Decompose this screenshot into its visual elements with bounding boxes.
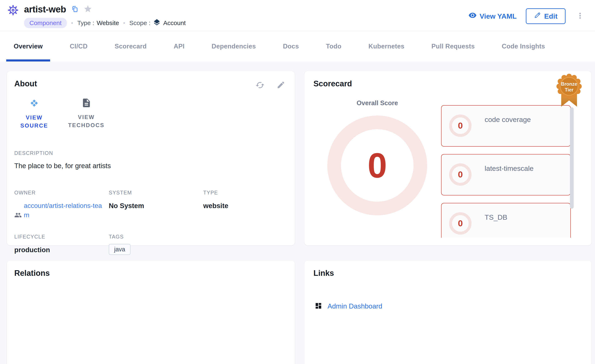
techdocs-document-icon (81, 98, 92, 110)
owner-label: OWNER (14, 190, 109, 196)
edit-button-label: Edit (544, 12, 558, 20)
scorecard-check-list: 0 code coverage 0 latest-timescale 0 (441, 105, 571, 238)
bronze-tier-badge: Bronze Tier (555, 73, 583, 108)
scorecard-scrollbar[interactable] (570, 107, 574, 209)
layers-icon (153, 18, 161, 28)
tab-cicd[interactable]: CI/CD (62, 31, 95, 62)
type-value: Website (97, 20, 119, 27)
check-gauge: 0 (448, 162, 473, 187)
type-label: Type : (77, 20, 94, 27)
type-field-value: website (203, 202, 287, 210)
dot-separator: • (123, 20, 125, 26)
edit-button[interactable]: Edit (526, 8, 566, 24)
dashboard-icon (315, 302, 322, 310)
source-diamond-icon (29, 98, 40, 111)
link-row: Admin Dashboard (313, 302, 582, 310)
tier-line1: Bronze (555, 81, 583, 87)
description-text: The place to be, for great artists (14, 162, 287, 170)
component-gear-icon (7, 5, 19, 28)
entity-tabbar: Overview CI/CD Scorecard API Dependencie… (0, 31, 595, 62)
scorecard-title: Scorecard (313, 79, 582, 88)
check-name: latest-timescale (485, 164, 533, 173)
overall-score-gauge: 0 (326, 115, 428, 216)
overall-score-value: 0 (326, 115, 428, 216)
refresh-icon[interactable] (255, 81, 265, 91)
scorecard-card: Scorecard Bronze (304, 71, 592, 245)
tab-docs[interactable]: Docs (276, 31, 306, 62)
check-item-ts-db[interactable]: 0 TS_DB (441, 203, 571, 238)
lifecycle-label: LIFECYCLE (14, 234, 109, 240)
tab-code-insights[interactable]: Code Insights (494, 31, 552, 62)
links-card: Links Admin Dashboard (304, 260, 592, 364)
overall-score-label: Overall Score (357, 99, 398, 107)
about-title: About (14, 79, 287, 88)
page-title: artist-web (24, 4, 66, 14)
tier-line2: Tier (555, 87, 583, 93)
check-name: code coverage (485, 116, 531, 124)
check-name: TS_DB (485, 213, 507, 221)
owner-link[interactable]: account/artist-relations-team (24, 201, 106, 220)
description-label: DESCRIPTION (14, 150, 287, 156)
view-source-button[interactable]: VIEW SOURCE (15, 98, 53, 130)
check-gauge: 0 (448, 211, 473, 236)
dot-separator: • (71, 20, 73, 26)
relations-card: Relations (7, 260, 295, 364)
copy-entity-name-icon[interactable] (71, 5, 78, 14)
tag-chip-java[interactable]: java (109, 244, 131, 255)
check-gauge: 0 (448, 113, 473, 138)
view-techdocs-label: VIEW TECHDOCS (62, 113, 111, 129)
scope-value: Account (163, 20, 186, 27)
check-item-code-coverage[interactable]: 0 code coverage (441, 105, 571, 147)
links-title: Links (313, 269, 582, 278)
lifecycle-value: production (14, 246, 109, 254)
admin-dashboard-link[interactable]: Admin Dashboard (327, 302, 382, 310)
entity-header: artist-web Component • Type : (0, 0, 595, 31)
check-item-latest-timescale[interactable]: 0 latest-timescale (441, 154, 571, 196)
view-techdocs-button[interactable]: VIEW TECHDOCS (62, 98, 111, 130)
tab-kubernetes[interactable]: Kubernetes (361, 31, 412, 62)
eye-icon (468, 11, 477, 21)
more-options-kebab-icon[interactable] (575, 10, 586, 22)
relations-title: Relations (14, 269, 287, 278)
tab-pull-requests[interactable]: Pull Requests (424, 31, 482, 62)
system-value: No System (109, 202, 203, 210)
type-field-label: TYPE (203, 190, 287, 196)
kind-badge: Component (24, 18, 67, 28)
tab-scorecard[interactable]: Scorecard (107, 31, 154, 62)
tab-api[interactable]: API (166, 31, 192, 62)
favorite-star-icon[interactable] (84, 5, 92, 14)
check-score: 0 (448, 113, 473, 138)
edit-metadata-pencil-icon[interactable] (276, 81, 285, 91)
view-source-label: VIEW SOURCE (15, 114, 53, 130)
view-yaml-link[interactable]: View YAML (468, 11, 517, 21)
system-label: SYSTEM (109, 190, 203, 196)
scope-label: Scope : (129, 20, 150, 27)
about-card: About (7, 71, 295, 245)
tab-todo[interactable]: Todo (319, 31, 349, 62)
pencil-icon (534, 12, 541, 21)
tab-dependencies[interactable]: Dependencies (204, 31, 263, 62)
view-yaml-label: View YAML (480, 12, 517, 20)
check-score: 0 (448, 162, 473, 187)
tab-overview[interactable]: Overview (6, 31, 50, 62)
check-score: 0 (448, 211, 473, 236)
tags-label: TAGS (109, 234, 287, 240)
group-icon (14, 211, 22, 220)
